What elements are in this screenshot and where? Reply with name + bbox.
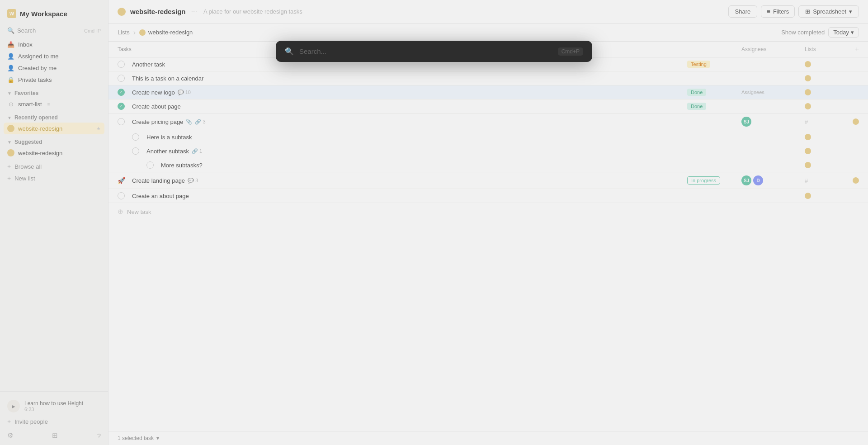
search-modal: 🔍 Cmd+P [276,41,592,62]
search-input[interactable] [299,47,552,55]
search-modal-icon: 🔍 [285,47,294,56]
search-shortcut-hint: Cmd+P [558,47,583,56]
search-overlay[interactable]: 🔍 Cmd+P [0,0,868,445]
